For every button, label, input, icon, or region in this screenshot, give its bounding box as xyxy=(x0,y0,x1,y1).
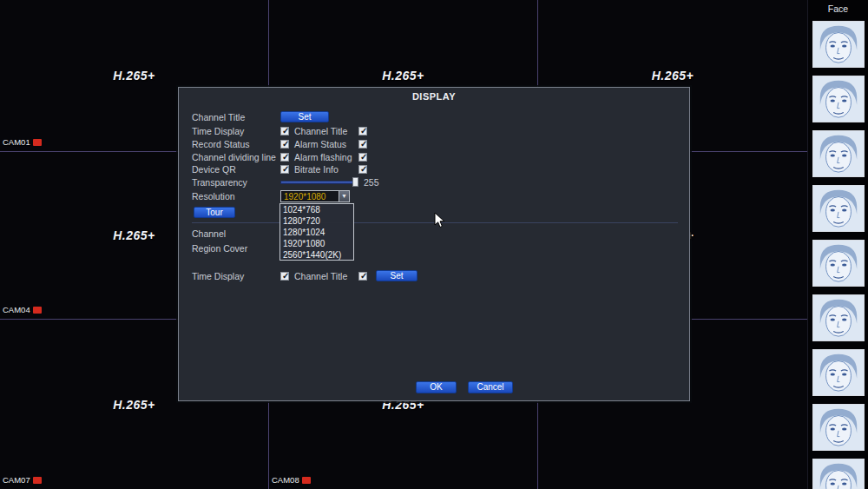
alarm-flashing-checkbox[interactable] xyxy=(358,153,367,162)
codec-label: H.265+ xyxy=(382,69,424,83)
channel-title-set-button[interactable]: Set xyxy=(280,111,329,122)
face-panel-title: Face xyxy=(808,0,868,21)
transparency-value: 255 xyxy=(364,177,379,188)
resolution-option-1920x1080[interactable]: 1920*1080 xyxy=(280,238,353,249)
resolution-combobox[interactable]: 1920*1080 ▼ xyxy=(280,190,350,202)
camera-name: CAM08 xyxy=(272,475,299,485)
transparency-label: Transparency xyxy=(192,177,247,188)
camera-name-tag: CAM04 xyxy=(3,305,42,314)
camera-name: CAM07 xyxy=(3,475,30,485)
record-icon xyxy=(302,477,311,484)
tour-button[interactable]: Tour xyxy=(194,207,235,218)
cancel-button[interactable]: Cancel xyxy=(468,381,513,393)
codec-label: H.265+ xyxy=(113,228,155,242)
record-status-checkbox[interactable] xyxy=(280,140,289,149)
camera-name-tag: CAM01 xyxy=(3,137,42,147)
alarm-status-checkbox[interactable] xyxy=(358,140,367,149)
time-display2-label: Time Display xyxy=(192,271,244,281)
channel-title2-label: Channel Title xyxy=(294,271,347,281)
codec-label: H.265+ xyxy=(113,398,155,412)
codec-label: H.265+ xyxy=(652,69,694,83)
transparency-slider-handle[interactable] xyxy=(352,177,358,187)
channel-dividing-line-label: Channel dividing line xyxy=(192,152,276,162)
ok-button[interactable]: OK xyxy=(416,381,457,393)
camera-name: CAM04 xyxy=(3,305,30,314)
device-qr-label: Device QR xyxy=(192,164,236,175)
face-thumbnail[interactable] xyxy=(812,349,865,396)
camera-name: CAM01 xyxy=(3,137,30,147)
dvr-screen: H.265+ CAM01 H.265+ H.265+ H.265+ CAM04 xyxy=(0,0,868,489)
channel-dividing-line-checkbox[interactable] xyxy=(280,153,289,162)
mouse-cursor-icon xyxy=(434,212,446,229)
face-thumbnail[interactable] xyxy=(812,185,865,232)
record-icon xyxy=(33,477,42,484)
channel-title-label: Channel Title xyxy=(192,112,245,122)
record-status-label: Record Status xyxy=(192,139,250,149)
face-thumbnail[interactable] xyxy=(812,76,865,122)
resolution-value: 1920*1080 xyxy=(284,191,326,202)
resolution-option-1280x720[interactable]: 1280*720 xyxy=(280,215,353,227)
dialog-title: DISPLAY xyxy=(179,91,689,102)
time-display-label: Time Display xyxy=(192,126,244,136)
display-dialog: DISPLAY Channel Title Set Time Display C… xyxy=(178,87,690,401)
camera-name-tag: CAM07 xyxy=(3,475,42,485)
bitrate-info-label: Bitrate Info xyxy=(294,164,339,175)
face-thumbnail[interactable] xyxy=(812,294,865,341)
resolution-dropdown-list: 1024*768 1280*720 1280*1024 1920*1080 25… xyxy=(279,203,354,261)
bitrate-info-checkbox[interactable] xyxy=(358,165,367,174)
chevron-down-icon[interactable]: ▼ xyxy=(339,191,349,202)
record-icon xyxy=(33,139,42,146)
time-display-set-button[interactable]: Set xyxy=(376,270,418,281)
channel-title-checkbox[interactable] xyxy=(358,127,367,135)
channel-title-option-label: Channel Title xyxy=(294,126,347,136)
face-thumbnail[interactable] xyxy=(812,21,865,68)
resolution-option-2560x1440[interactable]: 2560*1440(2K) xyxy=(280,249,353,261)
device-qr-checkbox[interactable] xyxy=(280,165,289,174)
face-thumbnail[interactable] xyxy=(812,240,865,287)
time-display-checkbox[interactable] xyxy=(280,127,289,135)
codec-label: H.265+ xyxy=(113,69,155,83)
time-display2-checkbox[interactable] xyxy=(280,272,289,281)
camera-name-tag: CAM08 xyxy=(272,475,311,485)
resolution-option-1280x1024[interactable]: 1280*1024 xyxy=(280,227,353,238)
face-thumbnail[interactable] xyxy=(812,404,865,451)
region-cover-label: Region Cover xyxy=(192,243,247,254)
face-panel: Face xyxy=(807,0,868,489)
face-thumbnail[interactable] xyxy=(812,130,865,177)
alarm-status-label: Alarm Status xyxy=(294,139,346,149)
transparency-slider[interactable] xyxy=(280,181,358,184)
resolution-label: Resolution xyxy=(192,191,235,202)
resolution-option-1024x768[interactable]: 1024*768 xyxy=(280,204,353,215)
face-thumbnail[interactable] xyxy=(812,459,865,489)
channel-title2-checkbox[interactable] xyxy=(358,272,367,281)
channel-label: Channel xyxy=(192,228,226,239)
record-icon xyxy=(33,307,42,314)
alarm-flashing-label: Alarm flashing xyxy=(294,152,352,162)
